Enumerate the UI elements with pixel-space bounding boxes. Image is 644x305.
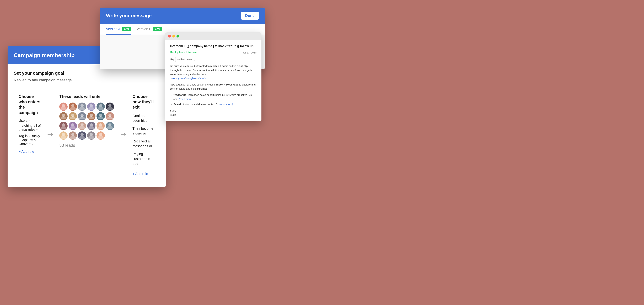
col-exit-title: Choose how they'll exit: [132, 94, 155, 110]
exit-rule-1: Goal has been hit or: [132, 113, 155, 123]
bullet-1-link[interactable]: (read more): [179, 98, 192, 100]
email-meta-row: Bucky from Intercom Jul 17, 2018: [170, 51, 257, 54]
write-modal-title: Write your message: [106, 13, 152, 18]
avatar-6: [106, 102, 114, 111]
write-modal-header: Write your message Done: [100, 8, 265, 24]
exit-rule-3: Received all messages or: [132, 139, 155, 148]
avatar-8: [69, 112, 77, 120]
avatars-row-3: [59, 122, 114, 130]
messages-bold: Messages: [226, 83, 238, 86]
campaign-col-leads: These leads will enter: [54, 88, 119, 181]
col-enter-title: Choose who enters the campaign: [18, 94, 41, 115]
campaign-col-enter: Choose who enters the campaign Users ▾ m…: [14, 88, 46, 181]
email-content: Intercom + {{ company.name | fallback:"Y…: [165, 40, 262, 121]
email-body-para-2: Take a gander at a few customers using I…: [170, 82, 257, 91]
email-titlebar: [165, 32, 262, 40]
bullet-1-brand: Tradeshift: [174, 94, 186, 96]
avatar-7: [59, 112, 68, 120]
tab-b-badge: Live: [153, 27, 162, 31]
tag-dropdown-arrow: ▾: [28, 135, 30, 138]
arrow-icon-2: [119, 130, 128, 139]
greeting-hey: Hey: [170, 57, 174, 62]
avatar-16: [87, 122, 96, 130]
email-sender: Bucky from Intercom: [170, 51, 198, 54]
avatar-23: [96, 132, 105, 140]
rule-tag[interactable]: Tag is ▾ Bucky · Capture & Convert ▾: [18, 134, 41, 146]
exit-rule-4: Paying customer is true: [132, 152, 155, 166]
tab-b-label: Version B: [137, 27, 152, 31]
tag-value-dropdown-arrow: ▾: [32, 143, 33, 146]
users-dropdown-arrow: ▾: [28, 120, 30, 122]
email-preview-window: Intercom + {{ company.name | fallback:"Y…: [165, 32, 262, 121]
avatar-1: [59, 102, 68, 111]
avatar-17: [96, 122, 105, 130]
greeting-comma: ,: [194, 57, 195, 62]
avatar-20: [69, 132, 77, 140]
rule-matching[interactable]: matching all of these rules ▾: [18, 124, 41, 132]
avatars-row-2: [59, 112, 114, 120]
exit-rule-2: They become a user or: [132, 126, 155, 136]
avatar-4: [87, 102, 96, 111]
calendar-link[interactable]: calendly.com/buckyhenry/30min.: [170, 77, 207, 80]
avatars-row-4: [59, 132, 114, 140]
tab-version-a[interactable]: Version A Live: [106, 24, 131, 34]
inbox-bold: Inbox: [216, 83, 223, 86]
bullet-item-2: Salesloft - increased demos booked 8x (r…: [174, 102, 257, 106]
leads-count: 53 leads: [59, 142, 114, 148]
avatar-14: [69, 122, 77, 130]
window-minimize-button[interactable]: [172, 35, 175, 38]
bullet-list: Tradeshift - increased sales opportuniti…: [174, 93, 257, 106]
avatars-grid: [59, 102, 114, 140]
arrow-col-2: [119, 88, 128, 181]
chip-icon: ⟺: [177, 58, 180, 61]
email-body: Hey ⟺ First name , I'm sure you're busy,…: [170, 57, 257, 117]
avatar-22: [87, 132, 96, 140]
add-rule-link-col1[interactable]: + Add rule: [18, 150, 34, 154]
tab-a-label: Version A: [106, 27, 120, 31]
matching-dropdown-arrow: ▾: [36, 128, 38, 131]
leads-label: leads: [65, 143, 75, 148]
avatar-21: [78, 132, 86, 140]
avatar-10: [87, 112, 96, 120]
campaign-goal-title: Set your campaign goal: [14, 70, 160, 76]
avatar-9: [78, 112, 86, 120]
col-leads-title: These leads will enter: [59, 94, 114, 99]
arrow-icon-1: [46, 130, 54, 139]
avatar-5: [96, 102, 105, 111]
email-body-para-1: I'm sure you're busy, but wanted to reac…: [170, 64, 257, 80]
avatar-11: [96, 112, 105, 120]
campaign-goal-description: Replied to any campaign message: [14, 78, 160, 82]
avatar-18: [106, 122, 114, 130]
chip-text: First name: [180, 58, 192, 61]
avatar-12: [106, 112, 114, 120]
arrow-col-1: [46, 88, 54, 181]
bullet-2-link[interactable]: (read more): [220, 103, 233, 106]
campaign-col-exit: Choose how they'll exit Goal has been hi…: [128, 88, 160, 181]
email-date: Jul 17, 2018: [242, 51, 257, 54]
rule-users[interactable]: Users ▾: [18, 119, 41, 123]
bullet-item-1: Tradeshift - increased sales opportuniti…: [174, 93, 257, 101]
campaign-columns-wrapper: Choose who enters the campaign Users ▾ m…: [14, 88, 160, 181]
avatar-3: [78, 102, 86, 111]
campaign-modal-body: Set your campaign goal Replied to any ca…: [8, 64, 166, 187]
write-modal-done-button[interactable]: Done: [241, 12, 259, 20]
campaign-modal-title: Campaign membership: [14, 52, 75, 58]
first-name-chip: ⟺ First name: [175, 57, 193, 62]
bullet-2-brand: Salesloft: [174, 103, 184, 106]
email-greeting: Hey ⟺ First name ,: [170, 57, 257, 62]
avatar-19: [59, 132, 68, 140]
avatar-15: [78, 122, 86, 130]
add-rule-link-col3[interactable]: + Add rule: [132, 172, 148, 176]
avatar-13: [59, 122, 68, 130]
tab-version-b[interactable]: Version B Live: [137, 24, 162, 34]
window-close-button[interactable]: [168, 35, 171, 38]
avatar-2: [69, 102, 77, 111]
email-subject: Intercom + {{ company.name | fallback:"Y…: [170, 44, 257, 48]
tab-a-badge: Live: [122, 27, 131, 31]
email-signature: Best,Buck: [170, 108, 257, 117]
avatars-row-1: [59, 102, 114, 111]
window-maximize-button[interactable]: [176, 35, 179, 38]
